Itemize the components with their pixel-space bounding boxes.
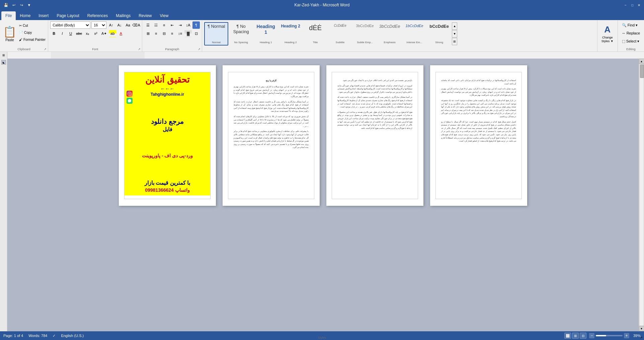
- tab-view[interactable]: View: [156, 11, 173, 20]
- borders-btn[interactable]: ⊡: [192, 30, 200, 37]
- save-quick-btn[interactable]: 💾: [3, 2, 9, 8]
- font-shrink-btn[interactable]: A↓: [116, 21, 123, 29]
- change-styles-button[interactable]: A ChangeStyles ▼: [600, 23, 615, 45]
- style-normal-preview: ¶ Normal: [208, 24, 225, 29]
- ruler-corner[interactable]: ⊞: [0, 52, 7, 59]
- styles-scroll-down[interactable]: ▼: [452, 30, 457, 37]
- style-intense-emphasis[interactable]: 1bCcDdEe Intense Em...: [402, 22, 426, 46]
- font-expand-btn[interactable]: ↗: [138, 48, 141, 51]
- scroll-thumb[interactable]: [640, 65, 644, 78]
- clipboard-group: 📋 Paste ✂ Cut 📄 Copy 🖌 Format Painter Cl…: [0, 20, 48, 52]
- paste-button[interactable]: 📋 Paste: [1, 21, 18, 46]
- copy-label: Copy: [24, 31, 32, 34]
- scroll-down-btn[interactable]: ▼: [639, 326, 644, 331]
- clipboard-expand-btn[interactable]: ↗: [44, 48, 47, 51]
- tab-file[interactable]: File: [1, 11, 16, 20]
- page-2: کارفرما پنج تجربه نشان داده است که این ن…: [223, 65, 320, 206]
- page-2-content: کارفرما پنج تجربه نشان داده است که این ن…: [228, 72, 314, 199]
- tab-insert[interactable]: Insert: [34, 11, 53, 20]
- cut-button[interactable]: ✂ Cut: [18, 22, 47, 29]
- style-emphasis[interactable]: 3bCcDdEe Emphasis: [378, 22, 402, 46]
- align-right-btn[interactable]: ⊟: [160, 30, 168, 37]
- tab-home[interactable]: Home: [16, 11, 34, 20]
- select-button[interactable]: ⬚ Select ▾: [620, 37, 642, 45]
- instagram-icon: [127, 91, 133, 97]
- styles-scroll-up[interactable]: ▲: [452, 22, 457, 30]
- vertical-scrollbar[interactable]: ▲ ▼: [639, 59, 644, 331]
- maximize-btn[interactable]: □: [630, 3, 635, 7]
- clear-format-btn[interactable]: ⌫A: [133, 21, 140, 29]
- align-center-btn[interactable]: ≡: [152, 30, 160, 37]
- align-left-btn[interactable]: ⊞: [144, 30, 152, 37]
- page-1: تحقیق آنلاین ←←← Tahghighonline.ir مرجع …: [119, 65, 216, 206]
- page-2-text: کارفرما پنج تجربه نشان داده است که این ن…: [231, 76, 311, 155]
- tab-page-layout[interactable]: Page Layout: [53, 11, 83, 20]
- superscript-btn[interactable]: x²: [92, 30, 99, 37]
- minimize-btn[interactable]: −: [623, 3, 628, 7]
- quick-access: 💾 ↩ ↪ ▼: [3, 2, 32, 8]
- style-emphasis-label: Emphasis: [384, 41, 396, 44]
- style-heading1[interactable]: Heading 1 Heading 1: [254, 22, 278, 46]
- close-btn[interactable]: ✕: [637, 3, 641, 7]
- multilevel-list-btn[interactable]: ≡: [160, 21, 168, 29]
- show-hide-btn[interactable]: ¶: [192, 21, 200, 29]
- page-4-para-2: تجربه نشان داده است که این نوع سیالات با…: [441, 87, 516, 97]
- increase-indent-btn[interactable]: ⇥: [176, 21, 184, 29]
- ad-main-text: مرجع دانلود: [127, 117, 208, 125]
- page-2-para-1: تجربه نشان داده است که این نوع سیالات با…: [234, 85, 309, 98]
- style-strong[interactable]: bCcDdEe Strong: [427, 22, 451, 46]
- text-effects-btn[interactable]: A✦: [100, 30, 108, 37]
- copy-icon: 📄: [19, 31, 23, 34]
- scroll-up-btn[interactable]: ▲: [639, 59, 644, 64]
- justify-btn[interactable]: ≡: [168, 30, 176, 37]
- underline-btn[interactable]: U: [67, 30, 74, 37]
- redo-quick-btn[interactable]: ↪: [18, 2, 25, 8]
- styles-more[interactable]: ⊞: [452, 38, 457, 45]
- font-color-btn[interactable]: A: [117, 30, 125, 37]
- scroll-track[interactable]: [639, 64, 644, 326]
- strikethrough-btn[interactable]: abc: [75, 30, 83, 37]
- style-heading2[interactable]: Heading 2 Heading 2: [278, 22, 303, 46]
- styles-expand-btn[interactable]: ↗: [640, 336, 643, 339]
- subscript-btn[interactable]: x₂: [84, 30, 91, 37]
- font-grow-btn[interactable]: A↑: [107, 21, 115, 29]
- undo-quick-btn[interactable]: ↩: [10, 2, 17, 8]
- left-margin-marker[interactable]: ◣: [1, 60, 6, 65]
- page-2-para-4: با پیشرفت علم، برای حفاظت از مخزن تکنولو…: [234, 130, 309, 149]
- tab-references[interactable]: References: [83, 11, 112, 20]
- style-subtle-emphasis[interactable]: 3bCcDdEe Subtle Emp...: [353, 22, 377, 46]
- ribbon-tabs: File Home Insert Page Layout References …: [0, 10, 644, 20]
- numbered-list-btn[interactable]: ☷: [152, 21, 160, 29]
- document-canvas[interactable]: تحقیق آنلاین ←←← Tahghighonline.ir مرجع …: [7, 59, 639, 331]
- zoom-slider[interactable]: [596, 335, 623, 336]
- bullet-list-btn[interactable]: ☰: [144, 21, 152, 29]
- tab-review[interactable]: Review: [135, 11, 156, 20]
- ad-arrows: ←←←: [127, 86, 208, 91]
- style-subtitle[interactable]: CcDdEe Subtitle: [328, 22, 352, 46]
- page-2-para-2: در آسیا مشکل سازگاری با واشر پمپ آل و خا…: [234, 100, 309, 113]
- decrease-indent-btn[interactable]: ⇤: [168, 21, 176, 29]
- line-spacing-btn[interactable]: ↕≡: [176, 30, 184, 37]
- style-normal[interactable]: ¶ Normal Normal: [204, 22, 228, 46]
- sort-btn[interactable]: ↕A: [184, 21, 192, 29]
- font-size-select[interactable]: 16: [91, 21, 106, 29]
- copy-button[interactable]: 📄 Copy: [18, 29, 47, 36]
- styles-group-label: Styles: [0, 336, 644, 339]
- paragraph-expand-btn[interactable]: ↗: [198, 48, 200, 51]
- shading-btn[interactable]: ▓: [184, 30, 192, 37]
- format-painter-button[interactable]: 🖌 Format Painter: [18, 36, 47, 43]
- text-highlight-btn[interactable]: ab: [109, 30, 116, 37]
- italic-btn[interactable]: I: [59, 30, 66, 37]
- bold-btn[interactable]: B: [50, 30, 58, 37]
- replace-button[interactable]: ↔ Replace: [620, 29, 642, 37]
- style-no-spacing[interactable]: ¶ No Spacing No Spacing: [229, 22, 253, 46]
- font-family-select[interactable]: Calibri (Body): [50, 21, 90, 29]
- tab-mailings[interactable]: Mailings: [112, 11, 135, 20]
- style-title[interactable]: dĖĖ Title: [303, 22, 327, 46]
- whatsapp-icon: [127, 98, 133, 104]
- change-case-btn[interactable]: Aa: [124, 21, 132, 29]
- page-3-para-4: هیچ کدام هیچ بر پایه کارپوکسیلاتها دارای…: [337, 111, 412, 130]
- customize-quick-btn[interactable]: ▼: [26, 2, 32, 8]
- style-heading2-label: Heading 2: [285, 41, 297, 44]
- find-button[interactable]: 🔍 Find ▾: [620, 21, 642, 29]
